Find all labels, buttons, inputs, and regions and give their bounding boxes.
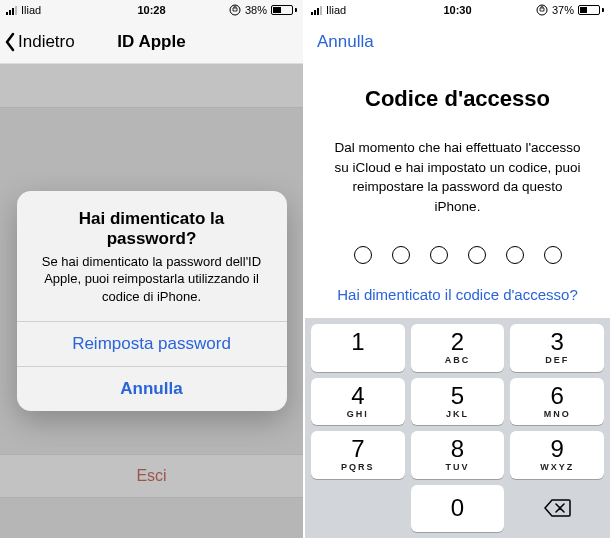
battery-pct: 37%: [552, 4, 574, 16]
alert-message: Se hai dimenticato la password dell'ID A…: [33, 253, 271, 306]
right-screenshot: Iliad 10:30 37% Annulla Codice d'accesso…: [305, 0, 610, 538]
carrier-label: Iliad: [21, 4, 41, 16]
svg-point-1: [537, 5, 547, 15]
cancel-button[interactable]: Annulla: [17, 367, 287, 411]
key-2[interactable]: 2ABC: [411, 324, 505, 372]
key-0[interactable]: 0: [411, 485, 505, 533]
passcode-dot: [392, 246, 410, 264]
key-blank: [311, 485, 405, 533]
key-3[interactable]: 3DEF: [510, 324, 604, 372]
key-7[interactable]: 7PQRS: [311, 431, 405, 479]
battery-icon: [271, 5, 297, 15]
passcode-dot: [544, 246, 562, 264]
passcode-dot: [468, 246, 486, 264]
orientation-lock-icon: [536, 4, 548, 16]
passcode-prompt: Codice d'accesso Dal momento che hai eff…: [305, 64, 610, 317]
status-time: 10:30: [443, 4, 471, 16]
numeric-keypad: 1 2ABC 3DEF 4GHI 5JKL 6MNO 7PQRS 8TUV 9W…: [305, 318, 610, 538]
signal-icon: [311, 6, 322, 15]
cancel-button[interactable]: Annulla: [305, 32, 374, 52]
passcode-title: Codice d'accesso: [325, 86, 590, 112]
back-label: Indietro: [18, 32, 75, 52]
passcode-dot: [430, 246, 448, 264]
alert-backdrop: Hai dimenticato la password? Se hai dime…: [0, 64, 303, 538]
nav-bar: Annulla: [305, 20, 610, 64]
key-8[interactable]: 8TUV: [411, 431, 505, 479]
back-button[interactable]: Indietro: [0, 32, 75, 52]
key-6[interactable]: 6MNO: [510, 378, 604, 426]
orientation-lock-icon: [229, 4, 241, 16]
nav-bar: Indietro ID Apple: [0, 20, 303, 64]
forgot-password-alert: Hai dimenticato la password? Se hai dime…: [17, 191, 287, 412]
status-bar: Iliad 10:28 38%: [0, 0, 303, 20]
passcode-dot: [506, 246, 524, 264]
key-5[interactable]: 5JKL: [411, 378, 505, 426]
key-1[interactable]: 1: [311, 324, 405, 372]
battery-icon: [578, 5, 604, 15]
key-9[interactable]: 9WXYZ: [510, 431, 604, 479]
nav-title: ID Apple: [117, 32, 185, 52]
carrier-label: Iliad: [326, 4, 346, 16]
backspace-key[interactable]: [510, 485, 604, 533]
battery-pct: 38%: [245, 4, 267, 16]
settings-content: Esci Hai dimenticato la password? Se hai…: [0, 64, 303, 538]
svg-point-0: [230, 5, 240, 15]
status-bar: Iliad 10:30 37%: [305, 0, 610, 20]
forgot-passcode-link[interactable]: Hai dimenticato il codice d'accesso?: [325, 286, 590, 303]
backspace-icon: [543, 498, 571, 518]
alert-title: Hai dimenticato la password?: [33, 209, 271, 249]
key-4[interactable]: 4GHI: [311, 378, 405, 426]
left-screenshot: Iliad 10:28 38% Indietro ID Apple Esci: [0, 0, 305, 538]
status-time: 10:28: [137, 4, 165, 16]
passcode-dots: [325, 246, 590, 264]
signal-icon: [6, 6, 17, 15]
chevron-left-icon: [4, 32, 16, 52]
passcode-dot: [354, 246, 372, 264]
passcode-description: Dal momento che hai effettuato l'accesso…: [325, 138, 590, 216]
reset-password-button[interactable]: Reimposta password: [17, 322, 287, 366]
